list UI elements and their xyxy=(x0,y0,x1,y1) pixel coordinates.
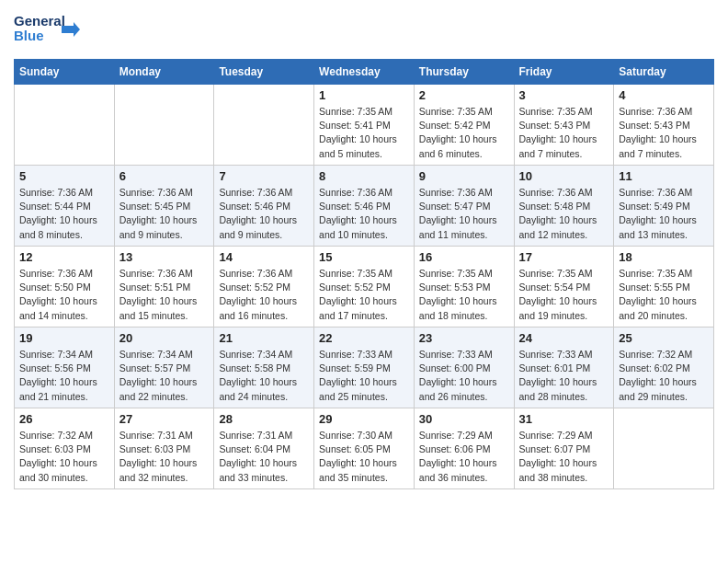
calendar-cell: 25Sunrise: 7:32 AMSunset: 6:02 PMDayligh… xyxy=(614,327,714,408)
day-number: 1 xyxy=(319,88,409,102)
day-number: 21 xyxy=(219,331,309,345)
day-info: Sunrise: 7:36 AMSunset: 5:47 PMDaylight:… xyxy=(419,186,509,242)
day-info: Sunrise: 7:34 AMSunset: 5:58 PMDaylight:… xyxy=(219,348,309,404)
calendar-cell: 20Sunrise: 7:34 AMSunset: 5:57 PMDayligh… xyxy=(114,327,214,408)
day-info: Sunrise: 7:36 AMSunset: 5:45 PMDaylight:… xyxy=(119,186,210,242)
calendar-cell: 24Sunrise: 7:33 AMSunset: 6:01 PMDayligh… xyxy=(514,327,614,408)
day-number: 14 xyxy=(219,250,309,264)
header-day-monday: Monday xyxy=(114,60,214,85)
day-info: Sunrise: 7:33 AMSunset: 6:00 PMDaylight:… xyxy=(419,348,509,404)
calendar-cell: 7Sunrise: 7:36 AMSunset: 5:46 PMDaylight… xyxy=(214,166,314,247)
week-row-1: 1Sunrise: 7:35 AMSunset: 5:41 PMDaylight… xyxy=(15,85,714,166)
day-info: Sunrise: 7:32 AMSunset: 6:02 PMDaylight:… xyxy=(619,348,709,404)
day-number: 13 xyxy=(119,250,210,264)
day-info: Sunrise: 7:33 AMSunset: 5:59 PMDaylight:… xyxy=(319,348,409,404)
day-number: 20 xyxy=(119,331,210,345)
day-number: 23 xyxy=(419,331,509,345)
day-number: 6 xyxy=(119,169,210,183)
calendar-cell: 14Sunrise: 7:36 AMSunset: 5:52 PMDayligh… xyxy=(214,247,314,327)
day-number: 8 xyxy=(319,169,409,183)
calendar-cell: 12Sunrise: 7:36 AMSunset: 5:50 PMDayligh… xyxy=(15,247,115,327)
day-number: 2 xyxy=(419,88,509,102)
calendar-cell: 26Sunrise: 7:32 AMSunset: 6:03 PMDayligh… xyxy=(15,408,115,489)
day-info: Sunrise: 7:35 AMSunset: 5:42 PMDaylight:… xyxy=(419,105,509,161)
day-info: Sunrise: 7:35 AMSunset: 5:41 PMDaylight:… xyxy=(319,105,409,161)
day-number: 25 xyxy=(619,331,709,345)
day-info: Sunrise: 7:36 AMSunset: 5:52 PMDaylight:… xyxy=(219,267,309,323)
day-number: 7 xyxy=(219,169,309,183)
day-info: Sunrise: 7:35 AMSunset: 5:53 PMDaylight:… xyxy=(419,267,509,323)
day-info: Sunrise: 7:29 AMSunset: 6:06 PMDaylight:… xyxy=(419,429,509,485)
calendar-cell: 15Sunrise: 7:35 AMSunset: 5:52 PMDayligh… xyxy=(314,247,415,327)
day-number: 18 xyxy=(619,250,709,264)
day-info: Sunrise: 7:29 AMSunset: 6:07 PMDaylight:… xyxy=(519,429,609,485)
day-number: 27 xyxy=(119,412,210,426)
day-info: Sunrise: 7:36 AMSunset: 5:44 PMDaylight:… xyxy=(19,186,109,242)
calendar-cell: 16Sunrise: 7:35 AMSunset: 5:53 PMDayligh… xyxy=(414,247,514,327)
calendar-cell: 6Sunrise: 7:36 AMSunset: 5:45 PMDaylight… xyxy=(114,166,214,247)
day-number: 10 xyxy=(519,169,609,183)
calendar-cell: 5Sunrise: 7:36 AMSunset: 5:44 PMDaylight… xyxy=(15,166,115,247)
day-number: 9 xyxy=(419,169,509,183)
day-info: Sunrise: 7:36 AMSunset: 5:51 PMDaylight:… xyxy=(119,267,210,323)
week-row-5: 26Sunrise: 7:32 AMSunset: 6:03 PMDayligh… xyxy=(15,408,714,489)
day-info: Sunrise: 7:35 AMSunset: 5:54 PMDaylight:… xyxy=(519,267,609,323)
calendar-cell: 19Sunrise: 7:34 AMSunset: 5:56 PMDayligh… xyxy=(15,327,115,408)
calendar-cell: 30Sunrise: 7:29 AMSunset: 6:06 PMDayligh… xyxy=(414,408,514,489)
calendar-cell: 18Sunrise: 7:35 AMSunset: 5:55 PMDayligh… xyxy=(614,247,714,327)
header-day-thursday: Thursday xyxy=(414,60,514,85)
calendar-cell: 8Sunrise: 7:36 AMSunset: 5:46 PMDaylight… xyxy=(314,166,415,247)
day-info: Sunrise: 7:36 AMSunset: 5:46 PMDaylight:… xyxy=(319,186,409,242)
calendar-cell: 13Sunrise: 7:36 AMSunset: 5:51 PMDayligh… xyxy=(114,247,214,327)
day-number: 17 xyxy=(519,250,609,264)
calendar-cell: 2Sunrise: 7:35 AMSunset: 5:42 PMDaylight… xyxy=(414,85,514,166)
calendar-cell: 11Sunrise: 7:36 AMSunset: 5:49 PMDayligh… xyxy=(614,166,714,247)
day-number: 19 xyxy=(19,331,109,345)
logo-svg: General Blue xyxy=(14,9,101,48)
svg-marker-3 xyxy=(74,22,80,37)
day-number: 31 xyxy=(519,412,609,426)
calendar-cell: 22Sunrise: 7:33 AMSunset: 5:59 PMDayligh… xyxy=(314,327,415,408)
day-info: Sunrise: 7:35 AMSunset: 5:55 PMDaylight:… xyxy=(619,267,709,323)
day-info: Sunrise: 7:31 AMSunset: 6:04 PMDaylight:… xyxy=(219,429,309,485)
day-number: 26 xyxy=(19,412,109,426)
day-info: Sunrise: 7:36 AMSunset: 5:46 PMDaylight:… xyxy=(219,186,309,242)
day-info: Sunrise: 7:36 AMSunset: 5:48 PMDaylight:… xyxy=(519,186,609,242)
day-number: 29 xyxy=(319,412,409,426)
calendar-cell xyxy=(614,408,714,489)
day-number: 24 xyxy=(519,331,609,345)
header-row: SundayMondayTuesdayWednesdayThursdayFrid… xyxy=(15,60,714,85)
calendar-cell xyxy=(114,85,214,166)
calendar-cell: 27Sunrise: 7:31 AMSunset: 6:03 PMDayligh… xyxy=(114,408,214,489)
calendar-cell: 28Sunrise: 7:31 AMSunset: 6:04 PMDayligh… xyxy=(214,408,314,489)
day-info: Sunrise: 7:36 AMSunset: 5:50 PMDaylight:… xyxy=(19,267,109,323)
calendar-cell: 3Sunrise: 7:35 AMSunset: 5:43 PMDaylight… xyxy=(514,85,614,166)
svg-text:General: General xyxy=(14,13,65,29)
week-row-2: 5Sunrise: 7:36 AMSunset: 5:44 PMDaylight… xyxy=(15,166,714,247)
day-number: 30 xyxy=(419,412,509,426)
day-info: Sunrise: 7:32 AMSunset: 6:03 PMDaylight:… xyxy=(19,429,109,485)
day-info: Sunrise: 7:31 AMSunset: 6:03 PMDaylight:… xyxy=(119,429,210,485)
day-info: Sunrise: 7:36 AMSunset: 5:49 PMDaylight:… xyxy=(619,186,709,242)
header-day-sunday: Sunday xyxy=(15,60,115,85)
header-day-wednesday: Wednesday xyxy=(314,60,415,85)
day-number: 3 xyxy=(519,88,609,102)
day-number: 4 xyxy=(619,88,709,102)
day-info: Sunrise: 7:34 AMSunset: 5:56 PMDaylight:… xyxy=(19,348,109,404)
calendar-cell: 1Sunrise: 7:35 AMSunset: 5:41 PMDaylight… xyxy=(314,85,415,166)
calendar-cell: 21Sunrise: 7:34 AMSunset: 5:58 PMDayligh… xyxy=(214,327,314,408)
day-info: Sunrise: 7:36 AMSunset: 5:43 PMDaylight:… xyxy=(619,105,709,161)
calendar-cell: 9Sunrise: 7:36 AMSunset: 5:47 PMDaylight… xyxy=(414,166,514,247)
calendar-cell: 10Sunrise: 7:36 AMSunset: 5:48 PMDayligh… xyxy=(514,166,614,247)
day-number: 28 xyxy=(219,412,309,426)
calendar-cell xyxy=(15,85,115,166)
week-row-4: 19Sunrise: 7:34 AMSunset: 5:56 PMDayligh… xyxy=(15,327,714,408)
calendar-cell xyxy=(214,85,314,166)
svg-text:Blue: Blue xyxy=(14,28,44,43)
day-number: 12 xyxy=(19,250,109,264)
day-info: Sunrise: 7:35 AMSunset: 5:43 PMDaylight:… xyxy=(519,105,609,161)
day-info: Sunrise: 7:35 AMSunset: 5:52 PMDaylight:… xyxy=(319,267,409,323)
day-number: 22 xyxy=(319,331,409,345)
calendar-cell: 4Sunrise: 7:36 AMSunset: 5:43 PMDaylight… xyxy=(614,85,714,166)
day-number: 15 xyxy=(319,250,409,264)
